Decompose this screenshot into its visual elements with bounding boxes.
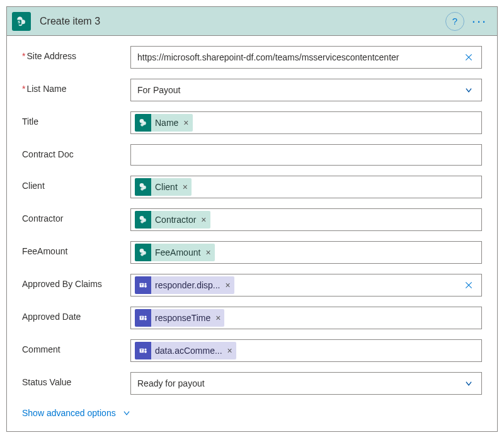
contract-doc-input[interactable] — [130, 144, 482, 166]
site-address-value: https://microsoft.sharepoint-df.com/team… — [135, 50, 457, 65]
label-feeamount: FeeAmount — [22, 241, 130, 256]
svg-rect-27 — [144, 351, 146, 353]
label-title: Title — [22, 111, 130, 127]
label-contractor: Contractor — [22, 208, 130, 223]
svg-point-13 — [140, 220, 144, 223]
sharepoint-icon — [135, 114, 151, 132]
chevron-down-icon[interactable] — [460, 375, 478, 392]
label-contract-doc: Contract Doc — [22, 144, 130, 159]
chevron-down-icon — [121, 407, 132, 419]
list-name-value: For Payout — [135, 82, 457, 98]
sharepoint-icon: S — [12, 12, 31, 31]
client-input[interactable]: Client × — [130, 176, 482, 198]
sharepoint-icon — [135, 211, 151, 229]
token-label: FeeAmount — [155, 247, 200, 257]
token-label: Client — [155, 182, 178, 192]
svg-point-16 — [140, 253, 144, 256]
remove-token-icon[interactable]: × — [215, 313, 220, 323]
remove-token-icon[interactable]: × — [201, 215, 206, 225]
approved-date-input[interactable]: T responseTime × — [130, 307, 482, 329]
status-value-select[interactable]: Ready for payout — [130, 372, 482, 395]
label-approved-by: Approved By Claims — [22, 274, 130, 289]
action-card: S Create item 3 ? ··· Site Address https… — [6, 6, 498, 432]
site-address-input[interactable]: https://microsoft.sharepoint-df.com/team… — [130, 46, 482, 69]
teams-icon: T — [135, 276, 151, 294]
svg-rect-23 — [144, 318, 146, 320]
svg-point-18 — [144, 283, 146, 285]
svg-point-10 — [140, 188, 144, 191]
token-label: Contractor — [155, 215, 196, 225]
contract-doc-value — [135, 152, 478, 157]
token-contractor[interactable]: Contractor × — [135, 211, 210, 229]
svg-point-22 — [144, 315, 146, 317]
token-label: responder.disp... — [155, 280, 220, 290]
card-body: Site Address https://microsoft.sharepoin… — [7, 36, 497, 431]
title-input[interactable]: Name × — [130, 111, 482, 134]
label-status-value: Status Value — [22, 372, 130, 387]
token-feeamount[interactable]: FeeAmount × — [135, 244, 215, 261]
list-name-select[interactable]: For Payout — [130, 79, 482, 101]
token-responder[interactable]: T responder.disp... × — [135, 276, 234, 294]
remove-token-icon[interactable]: × — [183, 182, 188, 192]
token-client[interactable]: Client × — [135, 178, 192, 196]
svg-point-26 — [144, 348, 146, 350]
token-label: data.acComme... — [155, 346, 222, 356]
clear-icon[interactable] — [460, 276, 478, 294]
remove-token-icon[interactable]: × — [226, 280, 231, 290]
approved-by-input[interactable]: T responder.disp... × — [130, 274, 482, 297]
teams-icon: T — [135, 309, 151, 327]
teams-icon: T — [135, 342, 151, 359]
svg-rect-19 — [144, 285, 146, 288]
help-icon[interactable]: ? — [445, 12, 464, 31]
label-comment: Comment — [22, 339, 130, 354]
remove-token-icon[interactable]: × — [183, 118, 188, 128]
label-client: Client — [22, 176, 130, 191]
show-advanced-options-link[interactable]: Show advanced options — [22, 405, 132, 419]
label-list-name: List Name — [22, 79, 130, 94]
status-value-value: Ready for payout — [135, 376, 457, 391]
label-site-address: Site Address — [22, 46, 130, 61]
advanced-label: Show advanced options — [22, 408, 116, 418]
token-name[interactable]: Name × — [135, 114, 193, 132]
contractor-input[interactable]: Contractor × — [130, 208, 482, 231]
token-label: responseTime — [155, 313, 210, 323]
token-responsetime[interactable]: T responseTime × — [135, 309, 224, 327]
sharepoint-icon — [135, 244, 151, 261]
feeamount-input[interactable]: FeeAmount × — [130, 241, 482, 264]
card-header[interactable]: S Create item 3 ? ··· — [7, 7, 497, 36]
label-approved-date: Approved Date — [22, 307, 130, 322]
svg-text:S: S — [18, 20, 20, 24]
remove-token-icon[interactable]: × — [227, 346, 232, 356]
more-icon[interactable]: ··· — [468, 12, 491, 31]
clear-icon[interactable] — [460, 48, 478, 66]
svg-point-7 — [140, 123, 144, 127]
sharepoint-icon — [135, 178, 151, 196]
card-title: Create item 3 — [40, 16, 445, 27]
chevron-down-icon[interactable] — [460, 81, 478, 99]
token-label: Name — [155, 118, 178, 128]
comment-input[interactable]: T data.acComme... × — [130, 339, 482, 362]
token-accomment[interactable]: T data.acComme... × — [135, 342, 236, 359]
remove-token-icon[interactable]: × — [205, 247, 210, 257]
